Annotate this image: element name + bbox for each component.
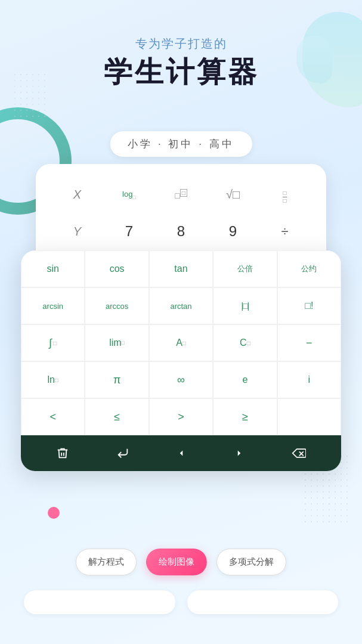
num-8[interactable]: 8 <box>155 218 207 244</box>
key-pi[interactable]: π <box>85 361 148 398</box>
title-text: 学生计算器 <box>0 57 362 88</box>
key-euler[interactable]: e <box>213 361 277 398</box>
key-ln[interactable]: ln□ <box>21 361 85 398</box>
key-less[interactable]: < <box>21 398 85 435</box>
btn-solve-equation[interactable]: 解方程式 <box>76 549 137 575</box>
btn-enter[interactable] <box>110 444 135 462</box>
key-gongyue[interactable]: 公约 <box>277 250 341 287</box>
subtitle-text: 专为学子打造的 <box>0 36 362 52</box>
btn-polynomial[interactable]: 多项式分解 <box>216 549 286 575</box>
key-sin[interactable]: sin <box>21 250 85 287</box>
function-buttons: 解方程式 绘制图像 多项式分解 <box>0 549 362 575</box>
bottom-pill-left <box>24 590 175 614</box>
btn-cursor-left[interactable] <box>170 445 193 461</box>
key-gongbei[interactable]: 公倍 <box>213 250 277 287</box>
level-pill[interactable]: 小学 · 初中 · 高中 <box>110 131 252 157</box>
keyboard-grid: sin cos tan 公倍 公约 arcsin arccos arctan |… <box>21 250 341 435</box>
func-sqrt[interactable]: √□ <box>207 183 259 206</box>
back-row-2: Y 7 8 9 ÷ <box>42 213 320 249</box>
var-x[interactable]: X <box>51 183 103 206</box>
btn-cursor-right[interactable] <box>228 445 250 461</box>
back-row-1: X log□ □□ √□ □□ <box>42 176 320 213</box>
key-combination-a[interactable]: A□ <box>149 324 213 361</box>
key-minus[interactable]: − <box>277 324 341 361</box>
key-arctan[interactable]: arctan <box>149 287 213 324</box>
calc-card-front: sin cos tan 公倍 公约 arcsin arccos arctan |… <box>21 250 341 471</box>
bottom-pill-right <box>187 590 339 614</box>
key-greater[interactable]: > <box>149 398 213 435</box>
key-greater-equal[interactable]: ≥ <box>213 398 277 435</box>
svg-marker-1 <box>238 451 241 456</box>
func-log[interactable]: log□ <box>103 185 155 205</box>
op-divide[interactable]: ÷ <box>259 219 311 244</box>
key-tan[interactable]: tan <box>149 250 213 287</box>
btn-delete-all[interactable] <box>50 444 75 462</box>
func-frac[interactable]: □□ <box>259 181 311 209</box>
key-factorial[interactable]: □! <box>277 287 341 324</box>
key-combination-c[interactable]: C□ <box>213 324 277 361</box>
btn-draw-graph[interactable]: 绘制图像 <box>146 549 207 575</box>
num-7[interactable]: 7 <box>103 218 155 244</box>
func-power[interactable]: □□ <box>155 185 207 205</box>
var-y[interactable]: Y <box>51 220 103 243</box>
key-lim[interactable]: lim□ <box>85 324 148 361</box>
key-arccos[interactable]: arccos <box>85 287 148 324</box>
key-imaginary[interactable]: i <box>277 361 341 398</box>
key-less-equal[interactable]: ≤ <box>85 398 148 435</box>
svg-marker-0 <box>180 451 183 456</box>
btn-backspace[interactable] <box>286 444 312 462</box>
key-arcsin[interactable]: arcsin <box>21 287 85 324</box>
key-empty <box>277 398 341 435</box>
key-infinity[interactable]: ∞ <box>149 361 213 398</box>
dot-pink <box>48 507 60 519</box>
header-section: 专为学子打造的 学生计算器 <box>0 36 362 88</box>
key-cos[interactable]: cos <box>85 250 148 287</box>
bottom-pills <box>24 590 338 614</box>
key-integral[interactable]: ∫□ <box>21 324 85 361</box>
key-abs[interactable]: |□| <box>213 287 277 324</box>
num-9[interactable]: 9 <box>207 218 259 244</box>
toolbar <box>21 435 341 471</box>
